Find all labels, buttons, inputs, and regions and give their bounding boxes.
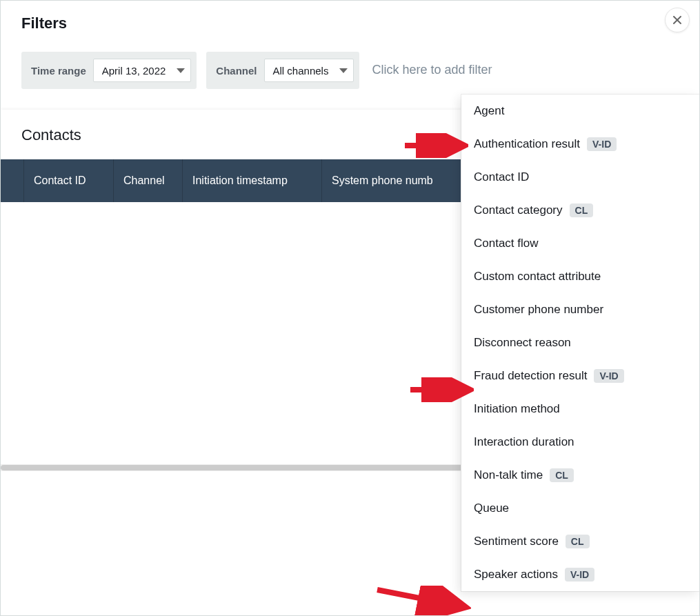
filter-option-speaker-actions[interactable]: Speaker actionsV-ID [461, 558, 699, 591]
page-title: Filters [21, 14, 679, 32]
filter-option-non-talk-time[interactable]: Non-talk timeCL [461, 459, 699, 492]
filter-option-label: Contact category [474, 203, 563, 217]
filter-option-badge: CL [566, 535, 590, 548]
filter-option-badge: CL [550, 468, 574, 482]
filter-option-label: Sentiment score [474, 535, 559, 548]
scrollbar-thumb[interactable] [1, 465, 469, 470]
filter-option-label: Custom contact attribute [474, 270, 601, 284]
col-contact-id[interactable]: Contact ID [24, 159, 114, 202]
filter-option-label: Disconnect reason [474, 336, 571, 350]
filter-option-label: Fraud detection result [474, 369, 587, 383]
filter-option-label: Authentication result [474, 137, 580, 151]
caret-down-icon [177, 68, 185, 73]
filter-option-badge: V-ID [587, 137, 617, 151]
add-filter-input[interactable] [369, 52, 679, 88]
svg-line-4 [377, 590, 461, 606]
filter-option-label: Queue [474, 501, 509, 515]
filter-option-disconnect-reason[interactable]: Disconnect reason [461, 326, 699, 359]
time-range-select[interactable]: April 13, 2022 [93, 59, 192, 82]
filter-option-initiation-method[interactable]: Initiation method [461, 393, 699, 426]
time-range-value: April 13, 2022 [102, 65, 166, 77]
filter-option-fraud-detection-result[interactable]: Fraud detection resultV-ID [461, 359, 699, 393]
filter-option-label: Interaction duration [474, 435, 574, 449]
filter-option-contact-flow[interactable]: Contact flow [461, 227, 699, 260]
filter-option-sentiment-score[interactable]: Sentiment scoreCL [461, 525, 699, 558]
filter-option-interaction-duration[interactable]: Interaction duration [461, 426, 699, 459]
close-icon [672, 14, 683, 26]
col-initiation-timestamp[interactable]: Initiation timestamp [183, 159, 322, 202]
filter-option-label: Speaker actions [474, 568, 558, 582]
filter-option-label: Customer phone number [474, 303, 603, 317]
filter-option-label: Non-talk time [474, 468, 543, 482]
filter-option-customer-phone-number[interactable]: Customer phone number [461, 293, 699, 326]
close-button[interactable] [665, 8, 690, 32]
filter-option-badge: V-ID [594, 369, 623, 383]
filter-option-contact-category[interactable]: Contact categoryCL [461, 194, 699, 227]
table-header-spacer [1, 159, 24, 202]
filter-option-label: Contact ID [474, 170, 529, 184]
filter-option-custom-contact-attribute[interactable]: Custom contact attribute [461, 260, 699, 293]
filter-bar: Time range April 13, 2022 Channel All ch… [21, 52, 679, 89]
filter-option-badge: V-ID [565, 568, 594, 582]
filter-option-label: Contact flow [474, 237, 539, 250]
filter-options-dropdown: AgentAuthentication resultV-IDContact ID… [461, 95, 699, 591]
filter-option-contact-id[interactable]: Contact ID [461, 161, 699, 194]
filter-option-badge: CL [570, 203, 594, 217]
filter-option-queue[interactable]: Queue [461, 492, 699, 525]
filter-time-range-label: Time range [31, 65, 86, 77]
channel-value: All channels [273, 65, 329, 77]
caret-down-icon [339, 68, 348, 73]
channel-select[interactable]: All channels [264, 59, 354, 82]
filter-channel: Channel All channels [206, 52, 359, 89]
annotation-arrow-icon [374, 586, 471, 616]
col-channel[interactable]: Channel [114, 159, 183, 202]
filter-channel-label: Channel [216, 65, 257, 77]
filter-time-range: Time range April 13, 2022 [21, 52, 197, 89]
filter-option-authentication-result[interactable]: Authentication resultV-ID [461, 128, 699, 161]
filter-option-label: Agent [474, 104, 504, 118]
filter-option-label: Initiation method [474, 402, 560, 416]
filter-option-agent[interactable]: Agent [461, 95, 699, 128]
